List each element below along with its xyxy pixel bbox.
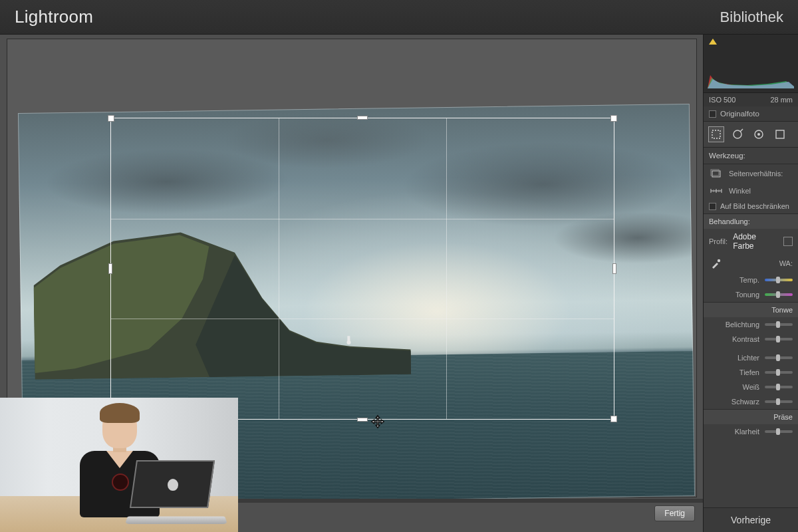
previous-button[interactable]: Vorherige [704, 507, 798, 532]
iso-label: ISO 500 [709, 96, 735, 104]
profile-browser-icon[interactable] [783, 237, 793, 246]
clipping-warning-icon[interactable] [709, 39, 717, 45]
temp-label: Temp. [709, 276, 759, 284]
crop-handle-top[interactable] [357, 116, 368, 120]
exposure-label: Belichtung [709, 321, 759, 329]
svg-rect-2 [712, 130, 720, 138]
develop-toolbar [704, 122, 798, 148]
contrast-label: Kontrast [709, 335, 759, 343]
eyedropper-icon[interactable] [709, 257, 724, 269]
histogram[interactable] [704, 35, 798, 93]
right-panel: ISO 500 28 mm Originalfoto Werkzeug: [704, 35, 798, 532]
tool-header: Werkzeug: [704, 148, 798, 164]
crop-tool-icon[interactable] [709, 127, 724, 142]
crop-handle-br[interactable] [610, 416, 617, 422]
svg-point-5 [757, 133, 760, 136]
contrast-slider[interactable] [765, 338, 793, 340]
wb-label: WA: [729, 259, 793, 267]
clarity-slider[interactable] [765, 430, 793, 433]
highlights-label: Lichter [709, 354, 759, 362]
webcam-overlay [0, 398, 238, 532]
blacks-label: Schwarz [709, 398, 759, 406]
whites-label: Weiß [709, 383, 759, 391]
graduated-filter-icon[interactable] [773, 127, 787, 142]
tint-slider[interactable] [765, 293, 793, 296]
histogram-meta: ISO 500 28 mm [704, 93, 798, 106]
whites-slider[interactable] [765, 386, 793, 388]
crop-handle-tr[interactable] [610, 115, 617, 122]
presence-header: Präse [704, 409, 798, 424]
svg-rect-6 [776, 130, 784, 138]
exposure-slider[interactable] [765, 323, 793, 326]
crop-overlay[interactable] [110, 118, 614, 420]
spot-removal-icon[interactable] [730, 127, 745, 142]
crop-handle-bottom[interactable] [357, 418, 368, 422]
angle-label: Winkel [729, 187, 793, 195]
shadows-label: Tiefen [709, 368, 759, 376]
apple-logo-icon [168, 479, 178, 491]
aspect-label: Seitenverhältnis: [729, 170, 793, 178]
highlights-slider[interactable] [765, 356, 793, 359]
constrain-label: Auf Bild beschränken [720, 202, 789, 210]
app-title: Lightroom [15, 7, 93, 27]
top-bar: Lightroom Bibliothek [0, 0, 798, 35]
temp-slider[interactable] [765, 279, 793, 281]
angle-icon[interactable] [709, 186, 724, 196]
crop-handle-right[interactable] [612, 263, 616, 274]
shadows-slider[interactable] [765, 371, 793, 374]
profile-label: Profil: [709, 237, 728, 245]
treatment-header: Behandlung: [704, 213, 798, 229]
aspect-lock-icon[interactable] [709, 168, 724, 180]
tone-header: Tonwe [704, 302, 798, 317]
svg-point-15 [718, 259, 720, 262]
tint-label: Tonung [709, 291, 759, 299]
crop-handle-left[interactable] [108, 263, 112, 274]
crop-handle-tl[interactable] [108, 115, 114, 122]
original-label: Originalfoto [720, 110, 759, 118]
canvas-area: Fertig [0, 35, 704, 532]
original-checkbox[interactable] [709, 110, 716, 118]
radial-filter-icon[interactable] [751, 127, 766, 142]
profile-value[interactable]: Adobe Farbe [733, 232, 778, 251]
constrain-checkbox[interactable] [709, 203, 716, 210]
clarity-label: Klarheit [709, 428, 759, 436]
done-button[interactable]: Fertig [654, 505, 695, 521]
module-tab-library[interactable]: Bibliothek [720, 9, 783, 26]
blacks-slider[interactable] [765, 400, 793, 403]
focal-label: 28 mm [770, 96, 793, 104]
